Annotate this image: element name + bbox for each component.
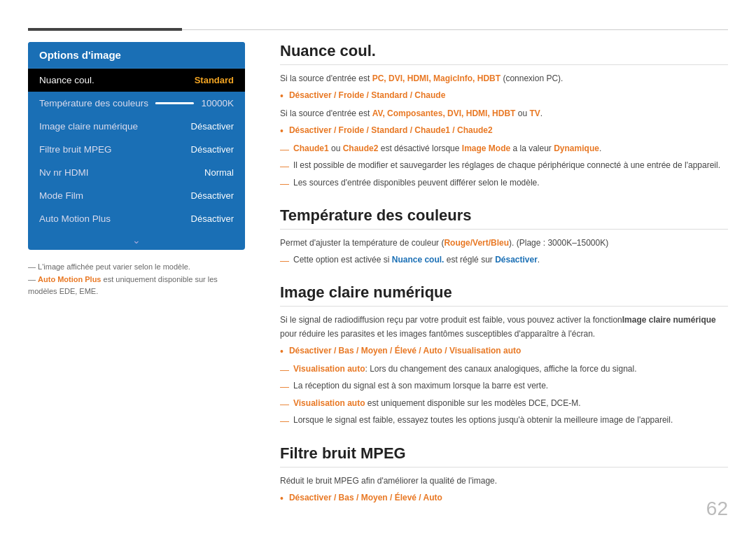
- menu-label-hdmi: Nv nr HDMI: [39, 167, 89, 178]
- menu-value-mode-film: Désactiver: [191, 190, 234, 201]
- panel-notes: ― L'image affichée peut varier selon le …: [28, 261, 245, 298]
- section-body-image-claire: Si le signal de radiodiffusion reçu par …: [280, 314, 728, 428]
- temp-text-1: Permet d'ajuster la température de coule…: [280, 237, 728, 251]
- menu-label-nuance: Nuance coul.: [39, 75, 94, 85]
- menu-label-filtre: Filtre bruit MPEG: [39, 144, 112, 155]
- dash-icon-4: ―: [280, 253, 289, 268]
- section-title-temperature: Température des couleurs: [280, 206, 728, 230]
- panel-note-2: ― Auto Motion Plus est uniquement dispon…: [28, 274, 245, 298]
- image-text-1: Si le signal de radiodiffusion reçu par …: [280, 314, 728, 342]
- dash-icon-6: ―: [280, 379, 289, 394]
- dash-icon-8: ―: [280, 414, 289, 428]
- temperature-slider[interactable]: [155, 102, 194, 104]
- nuance-text-1: Si la source d'entrée est PC, DVI, HDMI,…: [280, 72, 728, 86]
- dash-icon-1: ―: [280, 142, 289, 157]
- section-nuance: Nuance coul. Si la source d'entrée est P…: [280, 42, 728, 191]
- dash-icon-7: ―: [280, 397, 289, 412]
- menu-label-image-claire: Image claire numérique: [39, 121, 138, 132]
- chevron-down-icon[interactable]: ⌄: [28, 230, 245, 250]
- menu-value-temperature: 10000K: [201, 98, 234, 108]
- menu-value-filtre: Désactiver: [191, 144, 234, 155]
- menu-value-image-claire: Désactiver: [191, 121, 234, 132]
- section-title-filtre: Filtre bruit MPEG: [280, 444, 728, 468]
- menu-value-nuance: Standard: [195, 75, 234, 85]
- nuance-dash-1: ― Chaude1 ou Chaude2 est désactivé lorsq…: [280, 142, 728, 157]
- section-title-nuance: Nuance coul.: [280, 42, 728, 65]
- section-body-filtre: Réduit le bruit MPEG afin d'améliorer la…: [280, 475, 728, 506]
- nuance-dash-2: ― Il est possible de modifier et sauvega…: [280, 159, 728, 174]
- menu-item-auto-motion[interactable]: Auto Motion Plus Désactiver: [28, 207, 245, 230]
- filtre-bullet-1: • Désactiver / Bas / Moyen / Élevé / Aut…: [280, 491, 728, 506]
- right-content: Nuance coul. Si la source d'entrée est P…: [280, 42, 728, 506]
- dash-icon-3: ―: [280, 176, 289, 191]
- section-body-temperature: Permet d'ajuster la température de coule…: [280, 237, 728, 268]
- section-temperature: Température des couleurs Permet d'ajuste…: [280, 206, 728, 268]
- dash-icon-2: ―: [280, 159, 289, 174]
- section-title-image-claire: Image claire numérique: [280, 283, 728, 307]
- menu-item-filtre[interactable]: Filtre bruit MPEG Désactiver: [28, 138, 245, 161]
- slider-fill: [155, 102, 178, 104]
- page-number: 62: [706, 498, 728, 520]
- top-decoration: [0, 28, 756, 31]
- image-dash-2: ― La réception du signal est à son maxim…: [280, 379, 728, 394]
- options-title: Options d'image: [28, 42, 245, 69]
- image-dash-4: ― Lorsque le signal est faible, essayez …: [280, 414, 728, 428]
- menu-item-image-claire[interactable]: Image claire numérique Désactiver: [28, 115, 245, 138]
- nuance-text-2: Si la source d'entrée est AV, Composante…: [280, 107, 728, 121]
- menu-item-nuance[interactable]: Nuance coul. Standard: [28, 69, 245, 92]
- image-dash-3: ― Visualisation auto est uniquement disp…: [280, 397, 728, 412]
- menu-label-mode-film: Mode Film: [39, 190, 83, 201]
- bullet-icon-3: •: [280, 344, 284, 360]
- bullet-icon-2: •: [280, 123, 284, 139]
- options-box: Options d'image Nuance coul. Standard Te…: [28, 42, 245, 250]
- top-line-dark: [28, 28, 182, 31]
- menu-label-auto-motion: Auto Motion Plus: [39, 213, 111, 224]
- dash-icon-5: ―: [280, 363, 289, 377]
- nuance-dash-3: ― Les sources d'entrée disponibles peuve…: [280, 176, 728, 191]
- nuance-bullet-1: • Désactiver / Froide / Standard / Chaud…: [280, 89, 728, 104]
- panel-note-1: ― L'image affichée peut varier selon le …: [28, 261, 245, 274]
- bullet-icon-4: •: [280, 491, 284, 506]
- menu-value-hdmi: Normal: [204, 167, 234, 178]
- left-panel: Options d'image Nuance coul. Standard Te…: [28, 42, 245, 298]
- section-image-claire: Image claire numérique Si le signal de r…: [280, 283, 728, 428]
- temp-dash-1: ― Cette option est activée si Nuance cou…: [280, 253, 728, 268]
- menu-item-temperature[interactable]: Température des couleurs 10000K: [28, 92, 245, 115]
- menu-value-auto-motion: Désactiver: [191, 213, 234, 224]
- filtre-text-1: Réduit le bruit MPEG afin d'améliorer la…: [280, 475, 728, 489]
- image-dash-1: ― Visualisation auto: Lors du changement…: [280, 363, 728, 377]
- top-line-light: [182, 29, 728, 30]
- image-bullet-1: • Désactiver / Bas / Moyen / Élevé / Aut…: [280, 344, 728, 360]
- section-filtre: Filtre bruit MPEG Réduit le bruit MPEG a…: [280, 444, 728, 506]
- nuance-bullet-2: • Désactiver / Froide / Standard / Chaud…: [280, 124, 728, 139]
- bullet-icon: •: [280, 88, 284, 104]
- menu-label-temperature: Température des couleurs: [39, 98, 148, 108]
- menu-item-mode-film[interactable]: Mode Film Désactiver: [28, 184, 245, 207]
- section-body-nuance: Si la source d'entrée est PC, DVI, HDMI,…: [280, 72, 728, 191]
- menu-item-hdmi[interactable]: Nv nr HDMI Normal: [28, 161, 245, 184]
